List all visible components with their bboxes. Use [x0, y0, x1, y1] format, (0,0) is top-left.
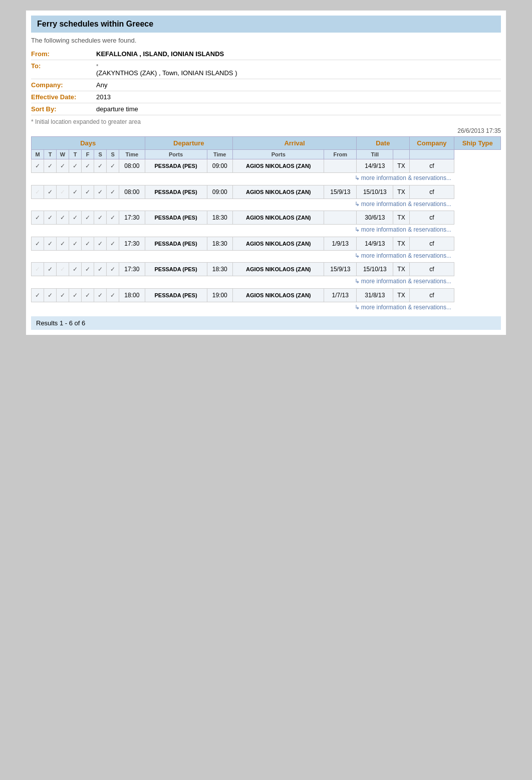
dep-port: PESSADA (PES)	[145, 159, 207, 173]
arr-ports-sub: Ports	[232, 150, 324, 159]
ship-type-header: Ship Type	[454, 137, 501, 150]
day-s1: S	[94, 150, 107, 159]
date-till: 14/9/13	[357, 159, 393, 173]
more-info-row: ↳ more information & reservations...	[32, 276, 501, 287]
table-row: ✓✓✓✓✓✓✓17:30PESSADA (PES)18:30AGIOS NIKO…	[32, 211, 501, 225]
dep-port: PESSADA (PES)	[145, 237, 207, 250]
dep-time: 17:30	[119, 237, 145, 250]
day-cell-M: ✓	[32, 211, 44, 225]
timestamp: 26/6/2013 17:35	[31, 127, 501, 134]
date-till: 15/10/13	[357, 185, 393, 199]
day-cell-W: ✓	[57, 263, 69, 276]
day-t2: T	[69, 150, 82, 159]
from-label: From:	[31, 50, 96, 58]
day-cell-S: ✓	[107, 288, 119, 302]
effective-date-value: 2013	[96, 93, 111, 101]
day-cell-T: ✓	[69, 159, 82, 173]
dep-port: PESSADA (PES)	[145, 288, 207, 302]
date-from	[324, 211, 357, 225]
table-row: ✓✓✓✓✓✓✓08:00PESSADA (PES)09:00AGIOS NIKO…	[32, 159, 501, 173]
arr-time: 19:00	[207, 288, 232, 302]
dep-time: 08:00	[119, 185, 145, 199]
day-cell-T: ✓	[44, 237, 57, 250]
day-cell-F: ✓	[82, 288, 94, 302]
ship-type-sub	[409, 150, 454, 159]
company: TX	[393, 185, 409, 199]
more-info-row: ↳ more information & reservations...	[32, 250, 501, 261]
arr-time: 18:30	[207, 211, 232, 225]
company-section: Company: Any	[31, 79, 501, 91]
day-cell-T: ✓	[69, 288, 82, 302]
day-cell-F: ✓	[82, 237, 94, 250]
arr-port: AGIOS NIKOLAOS (ZAN)	[232, 263, 324, 276]
day-cell-T: ✓	[44, 159, 57, 173]
company-label: Company:	[31, 81, 96, 89]
departure-header: Departure	[145, 137, 232, 150]
date-till: 30/6/13	[357, 211, 393, 225]
results-bar: Results 1 - 6 of 6	[31, 316, 501, 330]
dep-port: PESSADA (PES)	[145, 211, 207, 225]
arr-time: 09:00	[207, 185, 232, 199]
day-m: M	[32, 150, 44, 159]
from-section: From: KEFALLONIA , Island, IONIAN ISLAND…	[31, 48, 501, 60]
ship-type: cf	[409, 263, 454, 276]
dep-ports-sub: Ports	[145, 150, 207, 159]
date-header: Date	[357, 137, 409, 150]
dep-time: 17:30	[119, 263, 145, 276]
day-f: F	[82, 150, 94, 159]
sort-by-label: Sort By:	[31, 105, 96, 113]
to-note: *	[96, 63, 237, 69]
more-info-cell[interactable]: ↳ more information & reservations...	[32, 225, 454, 235]
more-info-cell[interactable]: ↳ more information & reservations...	[32, 173, 454, 183]
day-w: W	[57, 150, 69, 159]
dep-time: 18:00	[119, 288, 145, 302]
table-row: ✓✓✓✓✓✓✓17:30PESSADA (PES)18:30AGIOS NIKO…	[32, 263, 501, 276]
to-value: (ZAKYNTHOS (ZAK) , Town, IONIAN ISLANDS …	[96, 69, 237, 77]
dep-port: PESSADA (PES)	[145, 185, 207, 199]
arr-port: AGIOS NIKOLAOS (ZAN)	[232, 288, 324, 302]
ship-type: cf	[409, 288, 454, 302]
day-cell-S: ✓	[94, 263, 107, 276]
table-header-sub: M T W T F S S Time Ports Time Ports From…	[32, 150, 501, 159]
dep-time: 17:30	[119, 211, 145, 225]
more-info-cell[interactable]: ↳ more information & reservations...	[32, 276, 454, 287]
arr-time: 18:30	[207, 237, 232, 250]
sort-by-value: departure time	[96, 105, 138, 113]
more-info-cell[interactable]: ↳ more information & reservations...	[32, 302, 454, 312]
page-title: Ferry schedules within Greece	[31, 16, 501, 33]
day-cell-F: ✓	[82, 263, 94, 276]
day-cell-S: ✓	[107, 211, 119, 225]
day-cell-F: ✓	[82, 211, 94, 225]
table-row: ✓✓✓✓✓✓✓18:00PESSADA (PES)19:00AGIOS NIKO…	[32, 288, 501, 302]
day-cell-S: ✓	[94, 211, 107, 225]
day-cell-T: ✓	[69, 263, 82, 276]
company: TX	[393, 211, 409, 225]
ship-type: cf	[409, 237, 454, 250]
day-cell-M: ✓	[32, 288, 44, 302]
day-cell-S: ✓	[94, 159, 107, 173]
date-from: 1/9/13	[324, 237, 357, 250]
day-t1: T	[44, 150, 57, 159]
company: TX	[393, 263, 409, 276]
date-from: 15/9/13	[324, 185, 357, 199]
day-cell-F: ✓	[82, 185, 94, 199]
schedule-table: Days Departure Arrival Date Company Ship…	[31, 136, 501, 312]
more-info-row: ↳ more information & reservations...	[32, 199, 501, 209]
arr-port: AGIOS NIKOLAOS (ZAN)	[232, 185, 324, 199]
day-cell-M: ✓	[32, 263, 44, 276]
more-info-cell[interactable]: ↳ more information & reservations...	[32, 199, 454, 209]
sort-by-section: Sort By: departure time	[31, 103, 501, 115]
day-cell-W: ✓	[57, 159, 69, 173]
day-cell-T: ✓	[44, 211, 57, 225]
day-cell-T: ✓	[44, 263, 57, 276]
table-row: ✓✓✓✓✓✓✓17:30PESSADA (PES)18:30AGIOS NIKO…	[32, 237, 501, 250]
company-value: Any	[96, 81, 107, 89]
day-cell-S: ✓	[107, 159, 119, 173]
company-sub	[393, 150, 409, 159]
date-from: 15/9/13	[324, 263, 357, 276]
effective-date-section: Effective Date: 2013	[31, 91, 501, 103]
day-cell-T: ✓	[69, 211, 82, 225]
more-info-cell[interactable]: ↳ more information & reservations...	[32, 250, 454, 261]
more-info-row: ↳ more information & reservations...	[32, 173, 501, 183]
more-info-row: ↳ more information & reservations...	[32, 225, 501, 235]
